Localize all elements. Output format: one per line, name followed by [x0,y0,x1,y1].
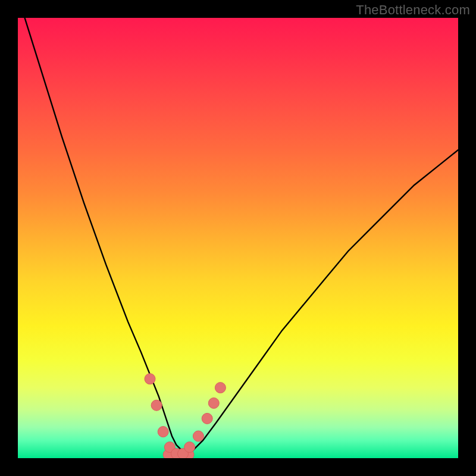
data-marker [208,398,219,409]
data-markers [145,374,226,458]
data-marker [215,383,226,393]
data-marker [193,431,203,441]
chart-overlay [18,18,458,458]
data-marker [151,400,162,411]
plot-area [18,18,458,458]
data-marker [184,442,195,453]
data-marker [145,374,155,384]
data-marker [158,427,168,437]
bottleneck-curve [18,18,458,454]
chart-frame: TheBottleneck.com [0,0,476,476]
watermark-text: TheBottleneck.com [356,2,470,18]
data-marker [202,413,212,424]
